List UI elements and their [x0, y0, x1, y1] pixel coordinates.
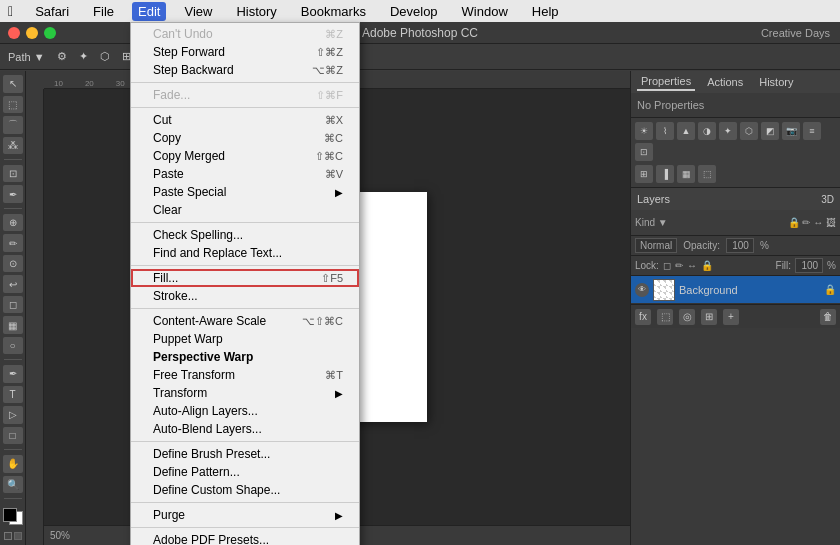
- tool-shape[interactable]: □: [3, 427, 23, 445]
- bookmarks-menu[interactable]: Bookmarks: [295, 2, 372, 21]
- window-menu[interactable]: Window: [456, 2, 514, 21]
- toolbar-grid[interactable]: ⬡: [96, 48, 114, 65]
- menu-define-shape[interactable]: Define Custom Shape...: [131, 481, 359, 499]
- tool-dodge[interactable]: ○: [3, 337, 23, 355]
- menu-paste-special[interactable]: Paste Special ▶: [131, 183, 359, 201]
- add-mask-button[interactable]: ⬚: [657, 309, 673, 325]
- menu-check-spelling[interactable]: Check Spelling...: [131, 226, 359, 244]
- adj-channel[interactable]: ≡: [803, 122, 821, 140]
- tool-path-select[interactable]: ▷: [3, 406, 23, 424]
- menu-adobe-pdf[interactable]: Adobe PDF Presets...: [131, 531, 359, 545]
- tool-history[interactable]: ↩: [3, 275, 23, 293]
- menu-cut[interactable]: Cut ⌘X: [131, 111, 359, 129]
- adj-bw[interactable]: ◩: [761, 122, 779, 140]
- menu-free-transform[interactable]: Free Transform ⌘T: [131, 366, 359, 384]
- menu-find-replace[interactable]: Find and Replace Text...: [131, 244, 359, 262]
- tool-type[interactable]: T: [3, 386, 23, 404]
- tool-zoom[interactable]: 🔍: [3, 476, 23, 494]
- adj-photo[interactable]: 📷: [782, 122, 800, 140]
- color-swatches[interactable]: [3, 508, 23, 526]
- menu-purge[interactable]: Purge ▶: [131, 506, 359, 524]
- close-button[interactable]: [8, 27, 20, 39]
- opacity-value[interactable]: 100: [726, 238, 754, 253]
- edit-menu[interactable]: Edit: [132, 2, 166, 21]
- quick-mask-icon[interactable]: [4, 532, 12, 540]
- menu-clear[interactable]: Clear: [131, 201, 359, 219]
- menu-auto-align[interactable]: Auto-Align Layers...: [131, 402, 359, 420]
- new-layer-button[interactable]: +: [723, 309, 739, 325]
- menu-step-forward[interactable]: Step Forward ⇧⌘Z: [131, 43, 359, 61]
- menu-stroke[interactable]: Stroke...: [131, 287, 359, 305]
- tool-move[interactable]: ↖: [3, 75, 23, 93]
- menu-define-brush[interactable]: Define Brush Preset...: [131, 445, 359, 463]
- fill-value[interactable]: 100: [795, 258, 823, 273]
- tool-heal[interactable]: ⊕: [3, 214, 23, 232]
- add-style-button[interactable]: fx: [635, 309, 651, 325]
- menu-paste[interactable]: Paste ⌘V: [131, 165, 359, 183]
- adj-brightness[interactable]: ☀: [635, 122, 653, 140]
- menu-step-backward[interactable]: Step Backward ⌥⌘Z: [131, 61, 359, 79]
- lock-all[interactable]: 🔒: [701, 260, 713, 271]
- properties-tab[interactable]: Properties: [637, 73, 695, 91]
- tool-brush[interactable]: ✏: [3, 234, 23, 252]
- layers-3d-icon[interactable]: 3D: [821, 194, 834, 205]
- menu-content-aware-scale[interactable]: Content-Aware Scale ⌥⇧⌘C: [131, 312, 359, 330]
- tool-lasso[interactable]: ⌒: [3, 116, 23, 134]
- menu-auto-blend[interactable]: Auto-Blend Layers...: [131, 420, 359, 438]
- minimize-button[interactable]: [26, 27, 38, 39]
- tool-hand[interactable]: ✋: [3, 455, 23, 473]
- help-menu[interactable]: Help: [526, 2, 565, 21]
- history-menu[interactable]: History: [230, 2, 282, 21]
- adj-levels[interactable]: ▲: [677, 122, 695, 140]
- lock-image[interactable]: ✏: [675, 260, 683, 271]
- adj-threshold[interactable]: ▐: [656, 165, 674, 183]
- view-menu[interactable]: View: [178, 2, 218, 21]
- adj-curves[interactable]: ⌇: [656, 122, 674, 140]
- add-adjustment-button[interactable]: ◎: [679, 309, 695, 325]
- adj-hue[interactable]: ◑: [698, 122, 716, 140]
- stroke-label: Stroke...: [153, 289, 198, 303]
- tool-eyedropper[interactable]: ✒: [3, 185, 23, 203]
- tool-eraser[interactable]: ◻: [3, 296, 23, 314]
- layer-row-background[interactable]: 👁 Background 🔒: [631, 276, 840, 304]
- maximize-button[interactable]: [44, 27, 56, 39]
- tool-clone[interactable]: ⊙: [3, 255, 23, 273]
- tool-crop[interactable]: ⊡: [3, 165, 23, 183]
- develop-menu[interactable]: Develop: [384, 2, 444, 21]
- menu-cant-undo[interactable]: Can't Undo ⌘Z: [131, 25, 359, 43]
- menu-fade[interactable]: Fade... ⇧⌘F: [131, 86, 359, 104]
- tool-select[interactable]: ⬚: [3, 96, 23, 114]
- safari-menu[interactable]: Safari: [29, 2, 75, 21]
- actions-tab[interactable]: Actions: [703, 74, 747, 90]
- menu-define-pattern[interactable]: Define Pattern...: [131, 463, 359, 481]
- adj-vibrance[interactable]: ✦: [719, 122, 737, 140]
- menu-fill[interactable]: Fill... ⇧F5: [131, 269, 359, 287]
- new-group-button[interactable]: ⊞: [701, 309, 717, 325]
- foreground-color-swatch[interactable]: [3, 508, 17, 522]
- adj-pattern[interactable]: ⬚: [698, 165, 716, 183]
- menu-copy[interactable]: Copy ⌘C: [131, 129, 359, 147]
- history-tab[interactable]: History: [755, 74, 797, 90]
- apple-menu-icon[interactable]: : [8, 3, 13, 19]
- lock-transparent[interactable]: ◻: [663, 260, 671, 271]
- tool-gradient[interactable]: ▦: [3, 316, 23, 334]
- tool-wand[interactable]: ⁂: [3, 137, 23, 155]
- menu-transform[interactable]: Transform ▶: [131, 384, 359, 402]
- adj-gradient[interactable]: ▦: [677, 165, 695, 183]
- adj-invert[interactable]: ⊡: [635, 143, 653, 161]
- menu-perspective-warp[interactable]: Perspective Warp: [131, 348, 359, 366]
- blend-mode-select[interactable]: Normal: [635, 238, 677, 253]
- adj-colorbalance[interactable]: ⬡: [740, 122, 758, 140]
- toolbar-star[interactable]: ✦: [75, 48, 92, 65]
- layer-visibility-eye[interactable]: 👁: [635, 283, 649, 297]
- menu-copy-merged[interactable]: Copy Merged ⇧⌘C: [131, 147, 359, 165]
- menu-puppet-warp[interactable]: Puppet Warp: [131, 330, 359, 348]
- screen-mode-icon[interactable]: [14, 532, 22, 540]
- tool-pen[interactable]: ✒: [3, 365, 23, 383]
- no-properties-label: No Properties: [637, 99, 704, 111]
- delete-layer-button[interactable]: 🗑: [820, 309, 836, 325]
- file-menu[interactable]: File: [87, 2, 120, 21]
- toolbar-gear[interactable]: ⚙: [53, 48, 71, 65]
- lock-position[interactable]: ↔: [687, 260, 697, 271]
- adj-posterize[interactable]: ⊞: [635, 165, 653, 183]
